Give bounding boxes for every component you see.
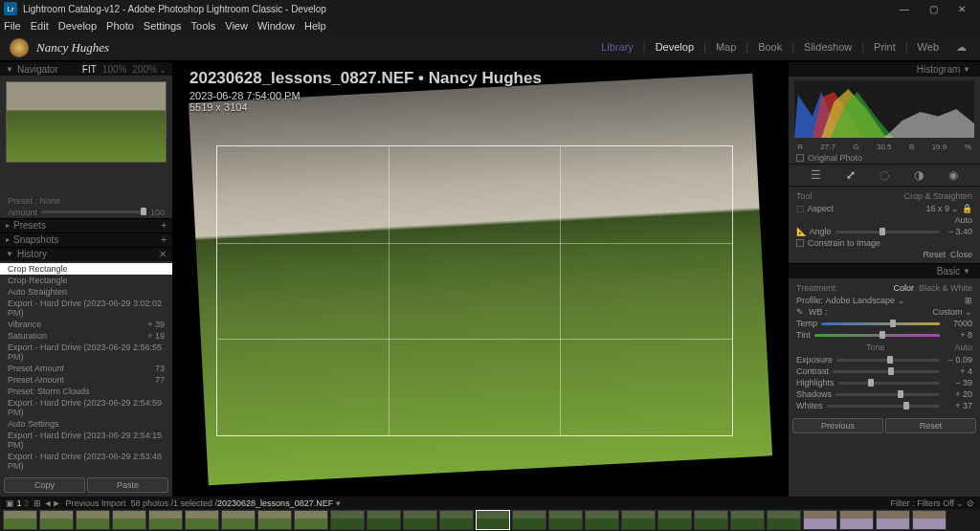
profile-browser-icon[interactable]: ⊞ (965, 296, 972, 305)
filmstrip-thumb[interactable] (767, 510, 801, 530)
cloud-sync-icon[interactable]: ☁ (952, 41, 970, 54)
mask-tool-icon[interactable]: ◑ (914, 168, 924, 182)
reset-button[interactable]: Reset (885, 418, 976, 433)
contrast-value[interactable]: + 4 (944, 366, 972, 376)
history-item[interactable]: Crop Rectangle (0, 275, 172, 286)
treatment-color[interactable]: Color (893, 283, 914, 293)
menu-develop[interactable]: Develop (58, 20, 97, 32)
filter-value[interactable]: Filters Off (917, 498, 954, 508)
basic-header[interactable]: Basic ▼ (789, 263, 980, 278)
module-slideshow[interactable]: Slideshow (800, 41, 856, 54)
whites-slider[interactable] (827, 405, 940, 408)
module-web[interactable]: Web (914, 41, 943, 54)
history-item[interactable]: Export - Hard Drive (2023-06-29 3:02:02 … (0, 298, 172, 319)
nav-back-icon[interactable]: ◄ (44, 498, 53, 508)
history-item[interactable]: Vibrance+ 39 (0, 319, 172, 330)
filter-dropdown-icon[interactable]: ⌄ (956, 498, 964, 508)
constrain-toggle[interactable]: Constrain to Image (796, 237, 972, 249)
angle-slider[interactable] (835, 231, 940, 233)
close-button[interactable]: ✕ (947, 4, 976, 14)
filmstrip-thumb[interactable] (839, 510, 874, 530)
add-snapshot-icon[interactable]: + (161, 234, 167, 245)
lock-icon[interactable]: 🔒 (962, 204, 972, 213)
user-avatar[interactable] (10, 38, 29, 57)
menu-photo[interactable]: Photo (106, 20, 134, 32)
filmstrip[interactable] (0, 509, 980, 531)
maximize-button[interactable]: ▢ (919, 4, 947, 14)
wb-picker-icon[interactable]: ✎ (796, 307, 804, 317)
history-header[interactable]: ▼History✕ (0, 247, 172, 261)
menu-file[interactable]: File (4, 20, 21, 32)
presets-header[interactable]: ▸Presets+ (0, 218, 172, 232)
module-map[interactable]: Map (712, 41, 740, 54)
filmstrip-thumb[interactable] (876, 510, 910, 530)
shadows-slider[interactable] (835, 393, 940, 396)
straighten-icon[interactable]: 📐 (796, 227, 807, 236)
menu-settings[interactable]: Settings (144, 20, 182, 32)
angle-value[interactable]: − 3.40 (944, 227, 972, 236)
filmstrip-thumb[interactable] (185, 510, 219, 530)
history-item[interactable]: Export - Hard Drive (2023-06-29 2:53:48 … (0, 451, 172, 472)
add-preset-icon[interactable]: + (161, 220, 167, 231)
angle-auto[interactable]: Auto (954, 215, 972, 225)
grid-view-icon[interactable]: ⊞ (33, 498, 41, 508)
filmstrip-thumb[interactable] (548, 510, 583, 530)
menu-view[interactable]: View (225, 20, 248, 32)
history-item[interactable]: Preset: Storm Clouds (0, 386, 172, 397)
secondary-display-icon[interactable]: ▣ (6, 498, 14, 508)
whites-value[interactable]: + 37 (944, 401, 972, 410)
filmstrip-thumb[interactable] (148, 510, 183, 530)
crop-close-button[interactable]: Close (950, 250, 972, 259)
histogram[interactable] (794, 80, 974, 138)
wb-value[interactable]: Custom (932, 307, 962, 317)
filmstrip-thumb[interactable] (621, 510, 656, 530)
filmstrip-thumb[interactable] (330, 510, 365, 530)
contrast-slider[interactable] (833, 370, 940, 373)
heal-tool-icon[interactable]: ◌ (880, 168, 889, 182)
module-library[interactable]: Library (597, 41, 637, 54)
nav-zoom-200[interactable]: 200% (132, 64, 157, 75)
filmstrip-thumb[interactable] (3, 510, 37, 530)
wb-dropdown-icon[interactable]: ⌄ (965, 307, 972, 317)
paste-button[interactable]: Paste (87, 477, 168, 493)
nav-zoom-dropdown[interactable]: ⌄ (159, 64, 167, 75)
image-canvas[interactable]: 20230628_lessons_0827.NEF • Nancy Hughes… (172, 61, 789, 497)
edit-tool-icon[interactable]: ☰ (811, 168, 821, 182)
filmstrip-thumb[interactable] (221, 510, 256, 530)
menu-window[interactable]: Window (257, 20, 295, 32)
histogram-header[interactable]: Histogram ▼ (789, 61, 980, 77)
secondary-display-2-icon[interactable]: 2 (24, 498, 29, 508)
module-book[interactable]: Book (754, 41, 786, 54)
minimize-button[interactable]: — (890, 4, 919, 14)
filmstrip-thumb[interactable] (76, 510, 110, 530)
source-label[interactable]: Previous Import (65, 498, 125, 508)
crop-rectangle[interactable] (216, 145, 733, 436)
filmstrip-thumb-selected[interactable] (476, 510, 510, 530)
filmstrip-thumb[interactable] (730, 510, 765, 530)
navigator-thumbnail[interactable] (6, 81, 167, 163)
history-item[interactable]: Export - Hard Drive (2023-06-29 2:54:59 … (0, 397, 172, 418)
highlights-slider[interactable] (838, 382, 940, 385)
menu-edit[interactable]: Edit (31, 20, 49, 32)
breadcrumb-dropdown-icon[interactable]: ▾ (333, 498, 341, 508)
history-item[interactable]: Preset Amount77 (0, 374, 172, 386)
copy-button[interactable]: Copy (4, 477, 85, 493)
filmstrip-thumb[interactable] (912, 510, 947, 530)
module-print[interactable]: Print (870, 41, 900, 54)
redeye-tool-icon[interactable]: ◉ (948, 168, 958, 182)
filmstrip-thumb[interactable] (439, 510, 474, 530)
profile-value[interactable]: Adobe Landscape (826, 296, 896, 305)
crop-tool-icon[interactable]: ⤢ (846, 168, 856, 182)
history-item[interactable]: Saturation+ 19 (0, 330, 172, 342)
crop-reset-button[interactable]: Reset (923, 250, 946, 259)
filmstrip-thumb[interactable] (367, 510, 401, 530)
exposure-value[interactable]: − 0.09 (944, 355, 972, 365)
filmstrip-thumb[interactable] (403, 510, 437, 530)
filmstrip-thumb[interactable] (657, 510, 692, 530)
filmstrip-thumb[interactable] (512, 510, 546, 530)
nav-zoom-100[interactable]: 100% (102, 64, 127, 75)
profile-dropdown-icon[interactable]: ⌄ (895, 296, 905, 305)
shadows-value[interactable]: + 20 (944, 389, 972, 399)
aspect-icon[interactable]: ⬚ (796, 204, 805, 213)
previous-button[interactable]: Previous (792, 418, 883, 433)
